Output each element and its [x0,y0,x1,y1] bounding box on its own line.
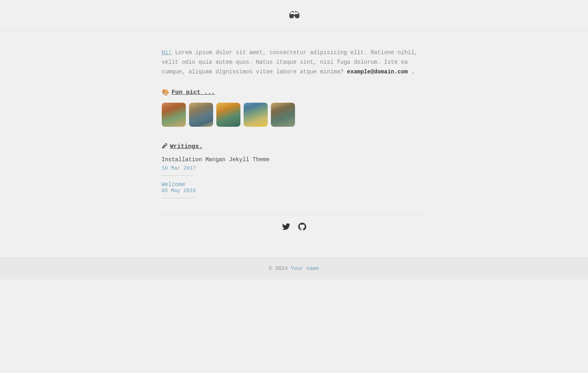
github-icon [298,223,306,231]
writings-emoji: 🖊 [162,143,168,150]
thumbnail-4[interactable] [244,103,268,127]
site-header: 🕶 [0,0,588,32]
post-date-1: 10 Mar 2017 [162,165,427,171]
site-footer: © 2024 Your name [0,257,588,280]
post-link-2[interactable]: Welcome [162,181,185,188]
post-divider-1 [162,175,194,176]
email-link[interactable]: example@domain.com [347,69,408,75]
post-divider-2 [162,198,194,198]
thumbnail-2[interactable] [189,103,213,127]
writings-title: 🖊 Writings. [162,143,427,150]
main-content: Hi! Lorem ipsum dolor sit amet, consecte… [154,32,435,257]
footer-icons [162,214,427,241]
intro-paragraph: Hi! Lorem ipsum dolor sit amet, consecte… [162,48,427,77]
fun-pictures-section: 🎨 Fun pict ... [162,89,427,127]
writings-label: Writings. [170,143,203,150]
post-date-2: 05 May 2016 [162,188,427,194]
writings-section: 🖊 Writings. Installation Mangan Jekyll T… [162,143,427,198]
hi-link[interactable]: Hi! [162,49,172,56]
fun-pictures-emoji: 🎨 [162,89,169,96]
github-link[interactable] [298,223,306,233]
thumbnail-1[interactable] [162,103,186,127]
thumbnail-3[interactable] [216,103,240,127]
twitter-link[interactable] [282,223,290,233]
email-suffix: . [411,69,414,75]
fun-pictures-title: 🎨 Fun pict ... [162,89,427,96]
copyright-text: © 2024 [269,266,291,272]
your-name-text: Your name [291,266,319,272]
images-row [162,103,427,127]
fun-pictures-label: Fun pict ... [172,89,215,96]
logo-icon: 🕶 [289,9,300,23]
post-item-1: Installation Mangan Jekyll Theme 10 Mar … [162,156,427,176]
twitter-icon [282,223,290,231]
thumbnail-5[interactable] [271,103,295,127]
post-title-1: Installation Mangan Jekyll Theme [162,156,427,163]
post-item-2: Welcome 05 May 2016 [162,181,427,198]
